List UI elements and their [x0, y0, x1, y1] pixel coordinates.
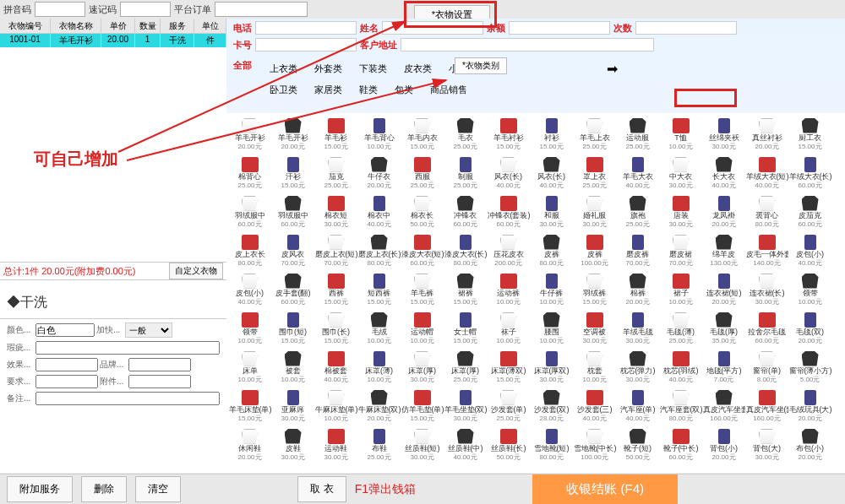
clothes-item[interactable]: 漆皮大衣(短)60.00元 — [401, 231, 444, 270]
category-tab[interactable]: 商品销售 — [422, 80, 476, 100]
clothes-item[interactable]: 冲锋衣60.00元 — [444, 192, 487, 231]
clothes-item[interactable]: 风衣(长)40.00元 — [530, 154, 573, 192]
clothes-item[interactable]: 羊毛衫15.00元 — [314, 115, 357, 154]
flaw-input[interactable] — [35, 341, 220, 355]
clothes-item[interactable]: 磨皮裤70.00元 — [616, 231, 659, 270]
clothes-item[interactable]: 运动鞋30.00元 — [314, 425, 357, 464]
clothes-item[interactable]: 布包(小)20.00元 — [788, 425, 831, 464]
clothes-item[interactable]: 床罩(薄)10.00元 — [357, 348, 401, 387]
clothes-item[interactable]: 皮上衣长80.00元 — [228, 231, 271, 270]
clothes-item[interactable]: 枕芯(弹力)30.00元 — [616, 348, 659, 387]
clothes-item[interactable]: 冲锋衣(套装)60.00元 — [487, 192, 530, 231]
clothes-item[interactable]: 空调被30.00元 — [573, 309, 616, 348]
clothes-item[interactable]: 唐装30.00元 — [659, 192, 702, 231]
clothes-item[interactable]: 裘背心80.00元 — [745, 192, 788, 231]
clothes-item[interactable]: 裙子10.00元 — [659, 270, 702, 309]
category-tab[interactable]: 卧卫类 — [261, 80, 306, 100]
clothes-item[interactable]: 腰围10.00元 — [530, 309, 573, 348]
category-tab[interactable]: 皮衣类 — [395, 59, 440, 79]
clothes-item[interactable]: 棉被套40.00元 — [314, 348, 357, 387]
clothes-item[interactable]: 羊毛上衣25.00元 — [573, 115, 616, 154]
clothes-item[interactable]: 女士帽15.00元 — [444, 309, 487, 348]
clothes-item[interactable]: 羽绒服中60.00元 — [228, 192, 271, 231]
clothes-item[interactable]: 羊毛大衣40.00元 — [616, 154, 659, 192]
clothes-item[interactable]: 床罩(薄双)15.00元 — [487, 348, 530, 387]
clothes-item[interactable]: 棉衣长50.00元 — [401, 192, 444, 231]
attach-input[interactable] — [128, 375, 191, 388]
clothes-item[interactable]: 漆皮大衣(长)80.00元 — [444, 231, 487, 270]
tel-input[interactable] — [255, 21, 357, 35]
clothes-item[interactable]: 被套10.00元 — [271, 348, 314, 387]
clothes-item[interactable]: 磨皮上衣(短)70.00元 — [314, 231, 357, 270]
clothes-item[interactable]: 和服30.00元 — [530, 192, 573, 231]
clothes-item[interactable]: 毛毯(双)20.00元 — [788, 309, 831, 348]
color-input[interactable] — [35, 323, 95, 337]
clothes-item[interactable]: 牛仔衣20.00元 — [357, 154, 401, 192]
clothes-item[interactable]: 丝质鞋(中)40.00元 — [444, 425, 487, 464]
brand-input[interactable] — [128, 358, 191, 371]
clothes-item[interactable]: 床罩(厚)30.00元 — [401, 348, 444, 387]
delete-button[interactable]: 删除 — [81, 476, 127, 502]
clothes-item[interactable]: 沙发套(三)40.00元 — [573, 387, 616, 425]
effect-input[interactable] — [35, 358, 98, 371]
clothes-item[interactable]: 仿羊毛垫(单)15.00元 — [401, 387, 444, 425]
category-tab[interactable]: 家居类 — [306, 80, 351, 100]
clothes-item[interactable]: 棉衣短30.00元 — [314, 192, 357, 231]
category-tab[interactable]: 下装类 — [351, 59, 395, 79]
clothes-item[interactable]: 羊毛开衫20.00元 — [271, 115, 314, 154]
balance-input[interactable] — [509, 21, 610, 35]
clothes-item[interactable]: 磨皮上衣(长)80.00元 — [357, 231, 401, 270]
clothes-item[interactable]: 背包(大)30.00元 — [745, 425, 788, 464]
clothes-item[interactable]: T恤10.00元 — [659, 115, 702, 154]
clothes-item[interactable]: 枕芯(羽绒)40.00元 — [659, 348, 702, 387]
clothes-item[interactable]: 牛麻床垫(双)20.00元 — [357, 387, 401, 425]
clothes-item[interactable]: 磨皮裙70.00元 — [659, 231, 702, 270]
clothes-item[interactable]: 婚礼服30.00元 — [573, 192, 616, 231]
table-row[interactable]: 1001-01 羊毛开衫 20.00 1 干洗 件 — [0, 34, 226, 47]
clothes-item[interactable]: 靴子(中长)60.00元 — [659, 425, 702, 464]
clothes-item[interactable]: 制服25.00元 — [444, 154, 487, 192]
require-input[interactable] — [35, 375, 98, 388]
clothes-item[interactable]: 围巾(长)15.00元 — [314, 309, 357, 348]
clothes-item[interactable]: 皮茄克60.00元 — [788, 192, 831, 231]
clothes-item[interactable]: 拉舍尔毛毯60.00元 — [745, 309, 788, 348]
clothes-item[interactable]: 羊毛衬衫15.00元 — [487, 115, 530, 154]
clothes-item[interactable]: 厨工衣15.00元 — [788, 115, 831, 154]
clothes-item[interactable]: 皮裤80.00元 — [530, 231, 573, 270]
clothes-item[interactable]: 运动裤10.00元 — [487, 270, 530, 309]
clothes-item[interactable]: 皮手套(翻)60.00元 — [271, 270, 314, 309]
clothes-item[interactable]: 丝绵夹袄30.00元 — [702, 115, 745, 154]
clothes-item[interactable]: 汗衫15.00元 — [271, 154, 314, 192]
clothes-item[interactable]: 窗帘(薄小方)5.00元 — [788, 348, 831, 387]
clothes-item[interactable]: 羽绒服中60.00元 — [271, 192, 314, 231]
remark-input[interactable] — [35, 392, 220, 405]
clothes-item[interactable]: 毛绒10.00元 — [357, 309, 401, 348]
clothes-item[interactable]: 领带10.00元 — [228, 309, 271, 348]
clothes-item[interactable]: 牛仔裤10.00元 — [530, 270, 573, 309]
clothes-item[interactable]: 雪地靴(中长)100.00元 — [573, 425, 616, 464]
clothes-item[interactable]: 休闲鞋20.00元 — [228, 425, 271, 464]
clothes-item[interactable]: 床罩(厚双)30.00元 — [530, 348, 573, 387]
clothes-item[interactable]: 袜子10.00元 — [487, 309, 530, 348]
name-input[interactable] — [382, 21, 483, 35]
take-clothes-button[interactable]: 取 衣 — [297, 476, 346, 502]
clothes-item[interactable]: 西裤15.00元 — [314, 270, 357, 309]
clothes-item[interactable]: 羊绒大衣(短)40.00元 — [745, 154, 788, 192]
clothes-item[interactable]: 绵羊皮130.00元 — [702, 231, 745, 270]
clothes-item[interactable]: 运动帽10.00元 — [401, 309, 444, 348]
clothes-item[interactable]: 衬衫15.00元 — [530, 115, 573, 154]
clothes-item[interactable]: 运动服25.00元 — [616, 115, 659, 154]
pinyin-input[interactable] — [35, 2, 85, 17]
clothes-item[interactable]: 丝质鞋(长)50.00元 — [487, 425, 530, 464]
category-tab[interactable]: 包类 — [386, 80, 422, 100]
clothes-item[interactable]: 龙凤褂20.00元 — [702, 192, 745, 231]
clothes-item[interactable]: 羊毛内衣15.00元 — [401, 115, 444, 154]
clothes-item[interactable]: 羊绒大衣(长)60.00元 — [788, 154, 831, 192]
clothes-item[interactable]: 毛毯(厚)35.00元 — [702, 309, 745, 348]
clothes-item[interactable]: 地毯(平方)7.00元 — [702, 348, 745, 387]
clothes-item[interactable]: 皮裤100.00元 — [573, 231, 616, 270]
category-tab[interactable]: 上衣类 — [261, 59, 306, 79]
clothes-item[interactable]: 皮鞋30.00元 — [271, 425, 314, 464]
clothes-item[interactable]: 羊绒毛毯30.00元 — [616, 309, 659, 348]
suji-input[interactable] — [120, 2, 171, 17]
